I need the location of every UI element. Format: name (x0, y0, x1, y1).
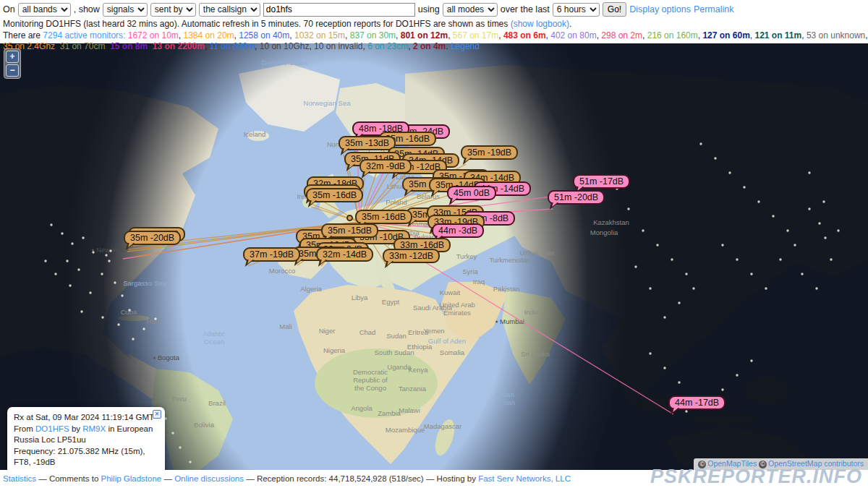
query-toolbar: On all bands , show signals sent by the … (0, 0, 868, 17)
monitor-count: 31 on 70cm (60, 41, 106, 51)
report-balloon[interactable]: 37m -19dB (243, 247, 300, 262)
monitor-count: 837 on 30m (350, 30, 396, 40)
footer-sep1: — Comments to (36, 474, 101, 483)
balloon-layer: 48m -24dB48m -18dB35m -16dB35m -13dB35m … (0, 43, 868, 470)
active-monitors-line: There are 7294 active monitors: 1672 on … (0, 29, 868, 52)
report-balloon[interactable]: 35m -16dB (355, 210, 412, 224)
header-bar: On all bands , show signals sent by the … (0, 0, 868, 43)
monitor-count: 1258 on 40m (239, 30, 289, 40)
on-label: On (3, 4, 15, 14)
monitoring-status: Monitoring DO1HFS (last heard 32 mins ag… (0, 17, 868, 29)
show-label: , show (74, 4, 100, 14)
popup-frequency: Frequency: 21.075.382 MHz (15m), FT8, -1… (14, 446, 158, 468)
monitor-count: 1384 on 20m (184, 30, 234, 40)
by-callsign-link[interactable]: RM9X (82, 424, 106, 433)
report-balloon[interactable]: 44m -17dB (668, 395, 726, 410)
report-balloon[interactable]: 51m -20dB (548, 190, 605, 205)
signal-select[interactable]: signals (103, 3, 148, 17)
monitor-count: 567 on 17m (453, 30, 498, 40)
monitor-count: 1032 on 15m (294, 30, 345, 40)
monitor-count: 53 on unknown (807, 30, 865, 40)
monitor-count: 121 on 11m (754, 30, 801, 40)
monitor-count: 11 on 600m (210, 41, 255, 51)
from-label: From (14, 424, 35, 433)
band-select[interactable]: all bands (18, 3, 71, 17)
go-button[interactable]: Go! (603, 2, 626, 17)
by-label: by (69, 424, 83, 433)
zoom-control: + − (4, 48, 21, 79)
report-balloon[interactable]: 44m -3dB (432, 223, 484, 238)
active-monitors-count: 7294 active monitors: (43, 30, 125, 40)
callsign-input[interactable] (263, 3, 415, 17)
report-balloon[interactable]: 45m 0dB (447, 186, 496, 200)
permalink-link[interactable]: Permalink (694, 4, 734, 14)
display-options-link[interactable]: Display options (629, 4, 691, 14)
monitor-counts: 1672 on 10m, 1384 on 20m, 1258 on 40m, 1… (3, 30, 868, 51)
from-callsign-link[interactable]: DO1HFS (35, 424, 69, 433)
footer-records-text: — Reception records: 44,718,524,928 (518… (244, 474, 478, 483)
monitoring-text: Monitoring DO1HFS (last heard 32 mins ag… (3, 19, 508, 29)
monitor-count: 10 on 10Ghz (260, 41, 310, 51)
monitor-count: 13 on 2200m (153, 41, 205, 51)
mode-select[interactable]: all modes (443, 3, 498, 17)
monitor-count: 1672 on 10m (128, 30, 179, 40)
using-label: using (418, 4, 440, 14)
reception-report-popup: × Rx at Sat, 09 Mar 2024 11:19:14 GMT Fr… (7, 407, 165, 470)
close-icon[interactable]: × (153, 410, 161, 419)
monitor-count: 298 on 2m (601, 30, 642, 40)
map-canvas[interactable]: Greenland SeaNorwegian SeaIcelandNorwayS… (0, 43, 868, 470)
time-select[interactable]: 6 hours (553, 3, 600, 17)
period-text: . (569, 19, 571, 29)
callsign-type-select[interactable]: the callsign (199, 3, 260, 17)
philip-gladstone-link[interactable]: Philip Gladstone (101, 474, 161, 483)
monitor-count: 35 on 2.4Ghz (3, 41, 55, 51)
report-balloon[interactable]: 35m -13dB (339, 136, 396, 150)
report-balloon[interactable]: 32m -9dB (359, 159, 412, 174)
zoom-out-button[interactable]: − (6, 64, 19, 77)
statistics-link[interactable]: Statistics (3, 474, 36, 483)
report-balloon[interactable]: 35m -16dB (306, 188, 363, 202)
popup-from-line: From DO1HFS by RM9X in European Russia L… (14, 424, 158, 446)
zoom-in-button[interactable]: + (6, 51, 19, 63)
pskreporter-watermark: PSKREPORTER.INFO (650, 466, 862, 488)
legend-link[interactable]: Legend (451, 41, 480, 51)
monitor-count: 801 on 12m (401, 30, 448, 40)
footer-sep2: — (161, 474, 174, 483)
online-discussions-link[interactable]: Online discussions (174, 474, 244, 483)
overlast-label: over the last (501, 4, 550, 14)
sentby-select[interactable]: sent by (150, 3, 196, 17)
report-balloon[interactable]: 35m -19dB (461, 145, 518, 160)
report-balloon[interactable]: 32m -14dB (316, 247, 373, 262)
popup-rx-time: Rx at Sat, 09 Mar 2024 11:19:14 GMT (14, 412, 158, 424)
report-balloon[interactable]: 35m -15dB (321, 223, 378, 238)
monitor-count: 2 on 4m (413, 41, 446, 51)
report-balloon[interactable]: 51m -17dB (573, 174, 630, 189)
show-logbook-link[interactable]: (show logbook) (511, 19, 569, 29)
monitor-count: 402 on 80m (550, 30, 596, 40)
monitor-count: 6 on 23cm (367, 41, 408, 51)
hosting-link[interactable]: Fast Serv Networks, LLC (478, 474, 571, 483)
monitor-count: 483 on 6m (503, 30, 546, 40)
monitor-count: 15 on 8m (110, 41, 148, 51)
monitor-count: 127 on 60m (702, 30, 749, 40)
report-balloon[interactable]: 35m -20dB (124, 231, 181, 245)
monitor-count: 216 on 160m (647, 30, 698, 40)
report-balloon[interactable]: 33m -12dB (383, 249, 440, 263)
monitors-prefix: There are (3, 30, 43, 40)
monitor-count: 10 on invalid (314, 41, 362, 51)
